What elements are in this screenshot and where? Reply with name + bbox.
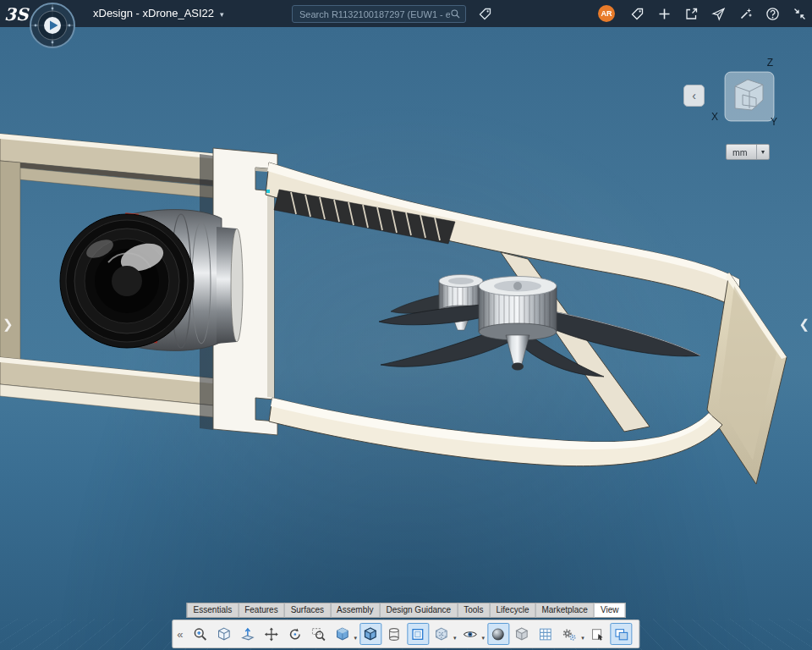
- units-dropdown[interactable]: mm: [726, 144, 770, 160]
- 3ds-logo: 3S: [3, 2, 30, 25]
- search-input[interactable]: [299, 9, 450, 19]
- tab-marketplace[interactable]: Marketplace: [535, 603, 594, 618]
- render-style-button[interactable]: [332, 623, 354, 645]
- shaded-with-edges-icon: [363, 626, 379, 642]
- axis-y-label: Y: [771, 116, 777, 128]
- viewport-canvas[interactable]: Z X Y mm Essentials Features Surfaces As…: [0, 27, 812, 650]
- axis-z-label: Z: [767, 57, 773, 69]
- topbar-actions: AR: [598, 0, 807, 27]
- expand-left-panel-button[interactable]: [3, 317, 14, 332]
- search-box: [292, 5, 466, 23]
- wireframe-button[interactable]: [383, 623, 405, 645]
- visibility-dropdown-caret[interactable]: [482, 635, 486, 642]
- document-title[interactable]: xDesign - xDrone_ASI22: [93, 0, 224, 27]
- wireframe-cylinder-icon: [387, 626, 403, 642]
- view-toolbar: [172, 620, 639, 648]
- avatar[interactable]: AR: [598, 5, 615, 22]
- perspective-button[interactable]: [511, 623, 533, 645]
- tab-design-guidance[interactable]: Design Guidance: [380, 603, 458, 618]
- rotate-icon: [287, 626, 303, 642]
- drone-model[interactable]: [0, 27, 812, 650]
- search-icon[interactable]: [450, 8, 461, 19]
- tab-surfaces[interactable]: Surfaces: [285, 603, 331, 618]
- tab-features[interactable]: Features: [239, 603, 284, 618]
- perspective-cube-icon: [514, 626, 530, 642]
- assistant-icon[interactable]: [738, 7, 753, 21]
- rotate-button[interactable]: [284, 623, 306, 645]
- zoom-area-icon: [310, 626, 326, 642]
- pick-view-icon: [590, 626, 606, 642]
- multi-viewport-icon: [613, 626, 629, 642]
- normal-to-icon: [239, 626, 255, 642]
- pick-view-button[interactable]: [587, 623, 609, 645]
- add-icon[interactable]: [657, 7, 672, 21]
- ambient-occlusion-button[interactable]: [487, 623, 509, 645]
- collapse-toolbar-icon[interactable]: [177, 628, 183, 641]
- ghost-mode-button[interactable]: [407, 623, 429, 645]
- units-value: mm: [727, 147, 756, 157]
- send-icon[interactable]: [711, 7, 726, 21]
- tab-view[interactable]: View: [595, 603, 626, 618]
- ribbon-tab-bar: Essentials Features Surfaces Assembly De…: [187, 603, 626, 618]
- zoom-area-button[interactable]: [308, 623, 330, 645]
- grid-button[interactable]: [535, 623, 557, 645]
- visibility-button[interactable]: [459, 623, 481, 645]
- pan-button[interactable]: [261, 623, 283, 645]
- zoom-in-icon: [192, 626, 208, 642]
- chevron-down-icon: [220, 1, 224, 28]
- shaded-with-edges-button[interactable]: [359, 623, 381, 645]
- tag-icon[interactable]: [630, 7, 645, 21]
- chevron-down-icon: [756, 145, 769, 159]
- tag-icon: [478, 7, 492, 21]
- collapse-viewcube-button[interactable]: [683, 85, 705, 107]
- tab-lifecycle[interactable]: Lifecycle: [491, 603, 536, 618]
- drone-arm-assembly[interactable]: [0, 134, 787, 484]
- expand-right-panel-button[interactable]: [798, 317, 809, 332]
- eye-icon: [462, 626, 478, 642]
- tab-essentials[interactable]: Essentials: [187, 603, 239, 618]
- isometric-view-button[interactable]: [213, 623, 235, 645]
- document-title-label: xDesign - xDrone_ASI22: [93, 7, 214, 19]
- normal-to-button[interactable]: [237, 623, 259, 645]
- highlighted-vertex[interactable]: [266, 190, 270, 193]
- gear-icon: [562, 626, 578, 642]
- tab-tools[interactable]: Tools: [458, 603, 490, 618]
- transparency-dropdown-caret[interactable]: [453, 635, 457, 642]
- transparent-cube-icon: [434, 626, 450, 642]
- tab-assembly[interactable]: Assembly: [331, 603, 380, 618]
- transparency-button[interactable]: [431, 623, 453, 645]
- render-style-dropdown-caret[interactable]: [354, 635, 358, 642]
- exit-fullscreen-icon[interactable]: [793, 7, 807, 21]
- ambient-occlusion-icon: [491, 626, 507, 642]
- view-settings-dropdown-caret[interactable]: [581, 635, 584, 642]
- view-settings-button[interactable]: [558, 623, 580, 645]
- pan-icon: [263, 626, 279, 642]
- svg-text:3S: 3S: [4, 4, 30, 25]
- share-icon[interactable]: [684, 7, 699, 21]
- multi-viewport-button[interactable]: [611, 623, 633, 645]
- isometric-view-icon: [216, 626, 232, 642]
- zoom-in-button[interactable]: [189, 623, 211, 645]
- camera-lens[interactable]: [60, 214, 194, 348]
- shaded-view-icon: [334, 626, 350, 642]
- 3d-compass[interactable]: [29, 2, 76, 49]
- view-cube[interactable]: [724, 71, 775, 122]
- ghost-mode-icon: [410, 626, 426, 642]
- front-rotor[interactable]: [379, 277, 700, 377]
- help-icon[interactable]: [765, 7, 780, 21]
- axis-x-label: X: [711, 111, 718, 123]
- tag-search-button[interactable]: [475, 5, 495, 23]
- grid-icon: [538, 626, 554, 642]
- top-app-bar: 3S xDesign - xDrone_ASI22 AR: [0, 0, 812, 27]
